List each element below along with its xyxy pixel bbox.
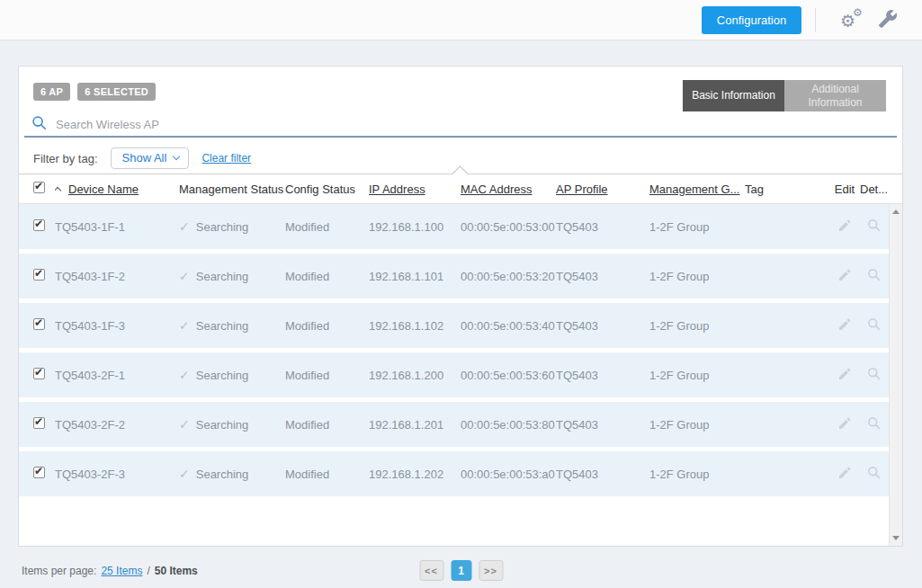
management-group-cell: 1-2F Group [649,220,745,234]
page-1-button[interactable]: 1 [451,560,471,581]
management-group-cell: 1-2F Group [649,270,745,283]
status-check-icon: ✓ [179,467,190,481]
wrench-icon[interactable] [878,9,900,31]
edit-icon[interactable] [837,268,852,285]
table-row[interactable]: ✔ TQ5403-1F-2 ✓Searching Modified 192.16… [19,254,889,298]
clear-filter-link[interactable]: Clear filter [201,152,251,165]
search-input[interactable] [56,118,890,131]
details-icon[interactable] [867,466,881,482]
ap-profile-cell: TQ5403 [556,369,649,382]
tag-filter-dropdown[interactable]: Show All [111,147,190,169]
column-config-status: Config Status [285,183,369,196]
tag-filter-value: Show All [122,151,167,165]
mac-address-cell: 00:00:5e:00:53:60 [461,369,556,382]
column-management-group[interactable]: Management G... [649,183,739,196]
status-check-icon: ✓ [179,219,190,234]
row-checkbox[interactable]: ✔ [33,368,45,379]
configuration-button[interactable]: Configuration [702,6,801,34]
column-ip-address[interactable]: IP Address [369,183,425,196]
table-row[interactable]: ✔ TQ5403-2F-2 ✓Searching Modified 192.16… [19,402,889,447]
mac-address-cell: 00:00:5e:00:53:20 [461,270,556,283]
row-checkbox[interactable]: ✔ [33,417,45,429]
scroll-down-icon[interactable] [892,536,900,540]
table-row[interactable]: ✔ TQ5403-2F-1 ✓Searching Modified 192.16… [19,352,889,397]
config-status-cell: Modified [285,319,369,333]
row-checkbox[interactable]: ✔ [33,318,45,330]
management-status-cell: ✓Searching [179,269,285,283]
management-group-cell: 1-2F Group [649,418,745,432]
management-status-cell: ✓Searching [179,368,285,382]
column-management-status: Management Status [179,183,285,196]
config-status-cell: Modified [285,369,369,382]
ip-address-cell: 192.168.1.202 [369,468,461,481]
table-row[interactable]: ✔ TQ5403-1F-1 ✓Searching Modified 192.16… [19,204,889,249]
topbar-divider [815,8,816,32]
device-name-cell: TQ5403-2F-1 [55,369,179,382]
table-row[interactable]: ✔ TQ5403-2F-3 ✓Searching Modified 192.16… [19,451,889,496]
config-status-cell: Modified [285,220,369,234]
status-check-icon: ✓ [179,417,190,432]
row-checkbox[interactable]: ✔ [33,467,45,478]
tab-additional-information[interactable]: Additional Information [784,80,886,111]
edit-icon[interactable] [837,317,852,334]
top-bar: Configuration ⚙ ⚙ [0,0,922,40]
column-tag: Tag [745,183,829,196]
ip-address-cell: 192.168.1.101 [369,270,461,283]
mac-address-cell: 00:00:5e:00:53:40 [461,319,556,333]
table-row[interactable]: ✔ TQ5403-1F-3 ✓Searching Modified 192.16… [19,303,889,348]
details-icon[interactable] [867,367,881,383]
ip-address-cell: 192.168.1.100 [369,220,461,234]
management-group-cell: 1-2F Group [649,369,745,382]
column-ap-profile[interactable]: AP Profile [556,183,608,196]
ip-address-cell: 192.168.1.201 [369,418,461,432]
mac-address-cell: 00:00:5e:00:53:a0 [461,468,556,481]
settings-gears-icon[interactable]: ⚙ ⚙ [838,7,865,34]
wireless-ap-panel: 6 AP 6 SELECTED Basic Information Additi… [18,66,903,547]
config-status-cell: Modified [285,468,369,481]
edit-icon[interactable] [837,367,852,384]
next-page-button[interactable]: >> [479,560,503,581]
column-details: Det... [860,183,887,196]
management-status-cell: ✓Searching [179,219,285,234]
edit-icon[interactable] [837,466,852,483]
column-mac-address[interactable]: MAC Address [461,183,532,196]
info-tabs: Basic Information Additional Information [683,80,886,111]
table-body: ✔ TQ5403-1F-1 ✓Searching Modified 192.16… [19,204,902,546]
row-checkbox[interactable]: ✔ [33,219,45,231]
management-status-cell: ✓Searching [179,417,285,432]
management-status-cell: ✓Searching [179,467,285,481]
items-per-page: Items per page: 25 Items / 50 Items [22,565,198,577]
device-name-cell: TQ5403-2F-2 [55,418,179,432]
details-icon[interactable] [867,218,881,235]
sort-asc-icon [55,186,61,193]
select-all-checkbox[interactable]: ✔ [33,182,45,193]
management-group-cell: 1-2F Group [649,468,745,481]
total-items-label: 50 Items [155,565,198,577]
prev-page-button[interactable]: << [419,560,443,581]
page-size-link[interactable]: 25 Items [101,565,142,577]
details-icon[interactable] [867,268,881,284]
items-per-page-label: Items per page: [22,565,96,577]
row-checkbox[interactable]: ✔ [33,269,45,281]
mac-address-cell: 00:00:5e:00:53:00 [461,220,556,234]
edit-icon[interactable] [837,416,852,433]
details-icon[interactable] [867,317,881,334]
column-device-name[interactable]: Device Name [68,183,139,196]
config-status-cell: Modified [285,270,369,283]
column-edit: Edit [829,183,860,196]
ap-profile-cell: TQ5403 [556,468,649,481]
management-status-cell: ✓Searching [179,318,285,333]
details-icon[interactable] [867,416,881,432]
ap-profile-cell: TQ5403 [556,270,649,283]
ip-address-cell: 192.168.1.200 [369,369,461,382]
tab-basic-information[interactable]: Basic Information [683,80,784,111]
scroll-up-icon[interactable] [892,209,900,214]
device-name-cell: TQ5403-2F-3 [55,468,179,481]
ap-count-badge: 6 AP [33,83,70,101]
chevron-down-icon [173,153,180,160]
edit-icon[interactable] [837,218,852,236]
ap-profile-cell: TQ5403 [556,418,649,432]
vertical-scrollbar[interactable] [889,204,902,546]
search-bar [24,113,897,138]
pagination: << 1 >> [419,560,503,581]
